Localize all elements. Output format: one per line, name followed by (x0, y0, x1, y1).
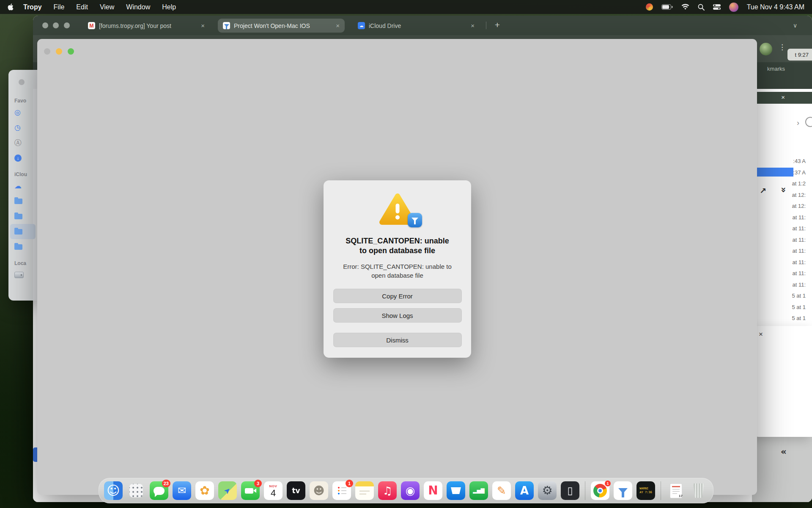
sidebar-item-disk[interactable] (8, 267, 37, 282)
menu-app-name[interactable]: Tropy (23, 3, 42, 11)
error-dialog: SQLITE_CANTOPEN: unable to open database… (324, 180, 471, 358)
dock-item-news[interactable]: N (424, 481, 442, 500)
podcasts-glyph: ◉ (406, 485, 415, 496)
tab-search-icon[interactable]: ∨ (790, 20, 800, 30)
sidebar-section-label: Loca (8, 260, 37, 266)
dock-item-notes[interactable] (355, 481, 374, 500)
banner-close-icon[interactable]: × (781, 94, 785, 101)
document-corner-text: 17 (679, 494, 683, 498)
keynote-icon (447, 481, 465, 500)
sidebar-item-applications[interactable]: Ⓐ (8, 135, 37, 150)
dock-item-music[interactable]: ♫ (378, 481, 397, 500)
dock-item-launchpad[interactable] (127, 481, 145, 500)
dock-item-document[interactable]: 17 (667, 481, 685, 500)
dock-item-warning-monitor[interactable]: WARNIAY 7:36 (636, 481, 655, 500)
dock-item-contacts[interactable]: ☻ (310, 481, 328, 500)
sidebar-item-icloud[interactable]: ☁ (8, 178, 37, 193)
dock-item-messages[interactable]: 23 (150, 481, 168, 500)
dock-item-calendar[interactable]: NOV4 (264, 481, 283, 500)
tab-icloud-drive[interactable]: ☁ iCloud Drive × (353, 19, 480, 33)
panel-close-icon[interactable]: × (759, 330, 763, 339)
toolbar-time-fragment: t 9:27 (787, 49, 812, 61)
contacts-icon: ☻ (310, 481, 328, 500)
timeline-time: at 11: (783, 212, 806, 224)
dock-item-appstore[interactable]: A (515, 481, 534, 500)
browser-zoom-button[interactable] (64, 22, 70, 28)
sidebar-item-folder[interactable] (8, 193, 37, 209)
dock-item-keynote[interactable] (447, 481, 465, 500)
show-logs-button[interactable]: Show Logs (333, 308, 462, 323)
collapse-chevron-icon[interactable]: « (781, 447, 787, 456)
wifi-icon[interactable] (681, 4, 689, 10)
dock-item-mail[interactable]: ✉ (173, 481, 191, 500)
warning-monitor-icon: WARNIAY 7:36 (636, 481, 655, 500)
timeline-time: at 11: (783, 268, 806, 279)
dock-item-trash[interactable] (689, 481, 708, 500)
apple-menu[interactable] (8, 3, 14, 11)
dock-item-finder[interactable]: ☺ (104, 481, 123, 500)
dock-item-maps[interactable]: ➤ (218, 481, 237, 500)
browser-menu-icon[interactable]: ⋮ (779, 44, 786, 51)
menu-window[interactable]: Window (126, 3, 150, 11)
tropy-zoom-button[interactable] (68, 48, 74, 55)
podcasts-icon: ◉ (401, 481, 420, 500)
dock-item-iphone-mirroring[interactable]: ▯ (561, 481, 579, 500)
browser-minimize-button[interactable] (53, 22, 59, 28)
tropy-favicon-icon (223, 22, 230, 29)
numbers-glyph: ▂▅▇ (473, 488, 485, 493)
sidebar-item-folder[interactable] (8, 209, 37, 224)
new-tab-button[interactable]: + (492, 19, 503, 30)
dismiss-button[interactable]: Dismiss (333, 333, 462, 347)
iphone-mirroring-icon: ▯ (561, 481, 579, 500)
appstore-glyph: A (520, 485, 529, 496)
tab-forums-tropy[interactable]: M [forums.tropy.org] Your post × (83, 19, 210, 33)
menu-view[interactable]: View (100, 3, 114, 11)
profile-avatar-icon[interactable] (760, 43, 772, 55)
dock: ☺23✉✿➤3NOV4tv☻1♫◉N▂▅▇✎A⚙▯1WARNIAY 7:3617 (99, 478, 713, 503)
dock-item-appletv[interactable]: tv (287, 481, 305, 500)
control-center-icon[interactable] (713, 4, 721, 10)
tropy-minimize-button[interactable] (56, 48, 62, 55)
funnel-shape (618, 488, 628, 494)
dock-item-photos[interactable]: ✿ (195, 481, 214, 500)
sidebar-item-folder[interactable] (8, 239, 37, 254)
timeline-time: at 11: (783, 235, 806, 246)
expand-arrow-icon[interactable]: ↗ (760, 187, 766, 195)
copy-error-button[interactable]: Copy Error (333, 289, 462, 303)
menubar-clock[interactable]: Tue Nov 4 9:43 AM (747, 3, 804, 11)
dock-item-numbers[interactable]: ▂▅▇ (469, 481, 488, 500)
dock-item-reminders[interactable]: 1 (332, 481, 351, 500)
spotlight-icon[interactable] (698, 4, 705, 11)
sidebar-item-recents[interactable]: ◷ (8, 120, 37, 135)
tropy-close-button[interactable] (44, 48, 50, 55)
user-avatar-icon[interactable] (729, 3, 738, 12)
battery-icon[interactable] (661, 4, 673, 10)
page-search-icon[interactable] (805, 117, 812, 127)
dock-item-pages[interactable]: ✎ (492, 481, 511, 500)
tab-project-wont-open[interactable]: Project Won't Open-Mac IOS × (218, 19, 345, 33)
menubar-app-icon[interactable] (646, 3, 653, 11)
dock-item-facetime[interactable]: 3 (241, 481, 260, 500)
dock-item-tropy[interactable] (614, 481, 632, 500)
finder-toolbar-button[interactable] (19, 79, 25, 85)
tab-close-icon[interactable]: × (471, 22, 475, 29)
menu-help[interactable]: Help (162, 3, 176, 11)
browser-close-button[interactable] (42, 22, 48, 28)
dock-item-settings[interactable]: ⚙ (538, 481, 557, 500)
tab-close-icon[interactable]: × (201, 22, 205, 29)
menu-file[interactable]: File (54, 3, 65, 11)
sidebar-item-downloads[interactable]: ↓ (8, 150, 37, 166)
sidebar-item-folder[interactable] (10, 224, 36, 239)
trash-icon (689, 481, 708, 500)
dock-item-podcasts[interactable]: ◉ (401, 481, 420, 500)
timeline-time: at 11: (783, 223, 806, 235)
dock-item-chrome[interactable]: 1 (591, 481, 609, 500)
jump-to-bottom-icon[interactable]: » (779, 187, 788, 193)
sidebar-item-airdrop[interactable]: ◎ (8, 105, 37, 120)
timeline-time: :43 A (783, 156, 806, 167)
chrome-shape (593, 484, 607, 497)
music-glyph: ♫ (382, 485, 392, 496)
tab-close-icon[interactable]: × (336, 22, 340, 29)
menu-edit[interactable]: Edit (76, 3, 88, 11)
launchpad-shape (129, 484, 143, 497)
